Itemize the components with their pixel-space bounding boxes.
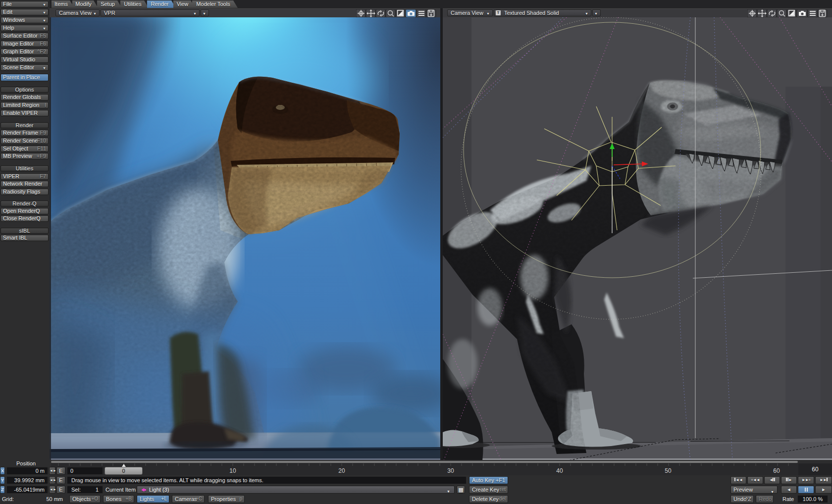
svg-text:60: 60: [773, 467, 780, 474]
svg-text:10: 10: [229, 467, 236, 474]
svg-text:50: 50: [665, 467, 672, 474]
svg-text:40: 40: [556, 467, 563, 474]
svg-text:20: 20: [338, 467, 345, 474]
svg-text:30: 30: [447, 467, 454, 474]
